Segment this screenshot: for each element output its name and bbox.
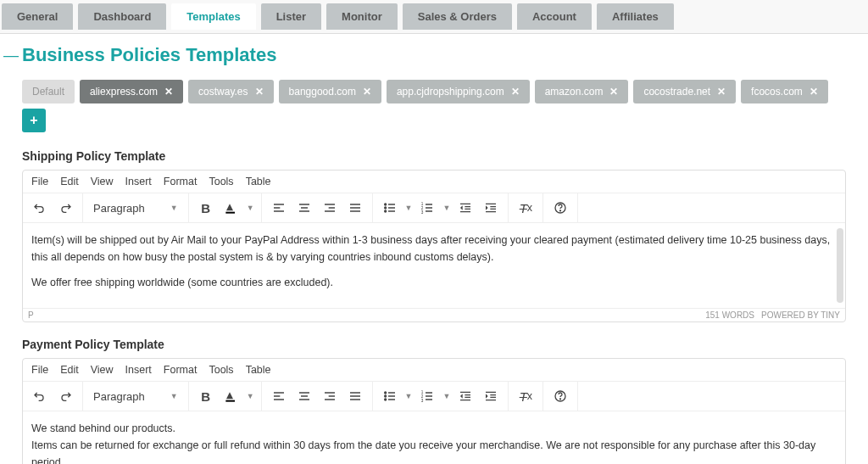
tab-general[interactable]: General	[2, 3, 73, 30]
clear-format-icon[interactable]: Tx	[515, 198, 536, 218]
add-pill-button[interactable]: +	[22, 109, 46, 132]
menu-format[interactable]: Format	[164, 176, 198, 187]
chevron-down-icon[interactable]: ▼	[442, 392, 450, 400]
align-justify-icon[interactable]	[345, 386, 365, 406]
pill-label: amazon.com	[545, 86, 604, 98]
redo-icon[interactable]	[55, 386, 75, 406]
close-icon[interactable]: ✕	[609, 86, 618, 98]
bold-icon[interactable]: B	[196, 386, 216, 406]
tab-dashboard[interactable]: Dashboard	[78, 3, 166, 30]
collapse-icon[interactable]: —	[3, 48, 15, 63]
menu-view[interactable]: View	[91, 364, 114, 376]
outdent-icon[interactable]	[455, 386, 476, 406]
close-icon[interactable]: ✕	[255, 86, 264, 98]
tab-templates[interactable]: Templates	[171, 3, 255, 30]
undo-icon[interactable]	[30, 198, 50, 218]
chevron-down-icon[interactable]: ▼	[405, 392, 413, 400]
tab-sales-orders[interactable]: Sales & Orders	[403, 3, 512, 30]
pill-cjdropshipping[interactable]: app.cjdropshipping.com ✕	[387, 80, 530, 103]
svg-point-14	[384, 207, 386, 209]
tab-lister[interactable]: Lister	[261, 3, 321, 30]
number-list-icon[interactable]: 123	[417, 198, 437, 218]
block-format-select[interactable]: Paragraph▼	[90, 390, 181, 403]
pill-label: cocostrade.net	[643, 86, 710, 98]
pill-label: app.cjdropshipping.com	[397, 86, 504, 98]
chevron-down-icon[interactable]: ▼	[247, 204, 254, 212]
pill-label: aliexpress.com	[90, 86, 158, 98]
clear-format-icon[interactable]: Tx	[515, 386, 536, 406]
menu-tools[interactable]: Tools	[209, 176, 233, 187]
block-format-select[interactable]: Paragraph▼	[90, 202, 181, 215]
menu-table[interactable]: Table	[246, 364, 271, 376]
text-color-icon[interactable]	[221, 198, 242, 218]
section-title: Shipping Policy Template	[22, 149, 846, 163]
svg-point-50	[384, 399, 386, 400]
menu-edit[interactable]: Edit	[60, 176, 79, 187]
pill-costway[interactable]: costway.es ✕	[188, 80, 273, 103]
pill-default[interactable]: Default	[22, 80, 75, 103]
word-count: 151 WORDS	[705, 310, 754, 320]
align-justify-icon[interactable]	[345, 198, 365, 218]
menu-tools[interactable]: Tools	[209, 364, 233, 376]
outdent-icon[interactable]	[455, 198, 476, 218]
svg-point-15	[384, 210, 386, 212]
svg-point-13	[384, 204, 386, 205]
close-icon[interactable]: ✕	[363, 86, 371, 98]
svg-text:3: 3	[421, 210, 424, 215]
align-center-icon[interactable]	[294, 198, 314, 218]
close-icon[interactable]: ✕	[810, 86, 818, 98]
align-center-icon[interactable]	[294, 386, 314, 406]
chevron-down-icon[interactable]: ▼	[405, 204, 413, 212]
pill-amazon[interactable]: amazon.com ✕	[535, 80, 629, 103]
close-icon[interactable]: ✕	[717, 86, 726, 98]
pill-fcocos[interactable]: fcocos.com ✕	[741, 80, 828, 103]
menu-format[interactable]: Format	[164, 364, 198, 376]
chevron-down-icon[interactable]: ▼	[247, 392, 254, 400]
svg-point-49	[384, 395, 386, 397]
bullet-list-icon[interactable]	[380, 386, 400, 406]
close-icon[interactable]: ✕	[164, 86, 173, 98]
text-color-icon[interactable]	[221, 386, 242, 406]
number-list-icon[interactable]: 123	[417, 386, 437, 406]
help-icon[interactable]	[550, 386, 570, 406]
editor: File Edit View Insert Format Tools Table…	[22, 358, 846, 464]
policy-tabs-row: Default aliexpress.com ✕ costway.es ✕ ba…	[0, 80, 868, 149]
pill-cocostrade[interactable]: cocostrade.net ✕	[633, 80, 736, 103]
menu-file[interactable]: File	[31, 364, 48, 376]
pill-label: fcocos.com	[751, 86, 803, 98]
align-right-icon[interactable]	[320, 198, 340, 218]
indent-icon[interactable]	[481, 386, 501, 406]
bullet-list-icon[interactable]	[380, 198, 400, 218]
editor-menubar: File Edit View Insert Format Tools Table	[23, 359, 845, 382]
chevron-down-icon[interactable]: ▼	[442, 204, 450, 212]
align-left-icon[interactable]	[269, 198, 289, 218]
menu-insert[interactable]: Insert	[125, 364, 152, 376]
menu-view[interactable]: View	[91, 176, 114, 187]
tab-monitor[interactable]: Monitor	[326, 3, 398, 30]
page-title: Business Policies Templates	[22, 44, 276, 66]
editor-content[interactable]: We stand behind our products. Items can …	[23, 411, 845, 464]
editor-toolbar: Paragraph▼ B ▼ ▼ 123 ▼	[23, 382, 845, 411]
editor-statusbar: P 151 WORDS POWERED BY TINY	[23, 308, 845, 321]
menu-edit[interactable]: Edit	[60, 364, 79, 376]
menu-file[interactable]: File	[31, 176, 48, 187]
tab-affiliates[interactable]: Affiliates	[597, 3, 674, 30]
help-icon[interactable]	[550, 198, 570, 218]
menu-table[interactable]: Table	[246, 176, 271, 187]
align-left-icon[interactable]	[269, 386, 289, 406]
editor-content[interactable]: Item(s) will be shipped out by Air Mail …	[23, 223, 845, 308]
bold-icon[interactable]: B	[196, 198, 216, 218]
undo-icon[interactable]	[30, 386, 50, 406]
scrollbar[interactable]	[837, 228, 843, 303]
indent-icon[interactable]	[481, 198, 501, 218]
pill-aliexpress[interactable]: aliexpress.com ✕	[80, 80, 183, 103]
status-path: P	[28, 310, 34, 320]
align-right-icon[interactable]	[320, 386, 340, 406]
pill-banggood[interactable]: banggood.com ✕	[279, 80, 381, 103]
close-icon[interactable]: ✕	[511, 86, 520, 98]
tab-account[interactable]: Account	[517, 3, 592, 30]
svg-point-48	[384, 392, 386, 394]
redo-icon[interactable]	[55, 198, 75, 218]
top-tabs: General Dashboard Templates Lister Monit…	[0, 0, 868, 34]
menu-insert[interactable]: Insert	[125, 176, 152, 187]
